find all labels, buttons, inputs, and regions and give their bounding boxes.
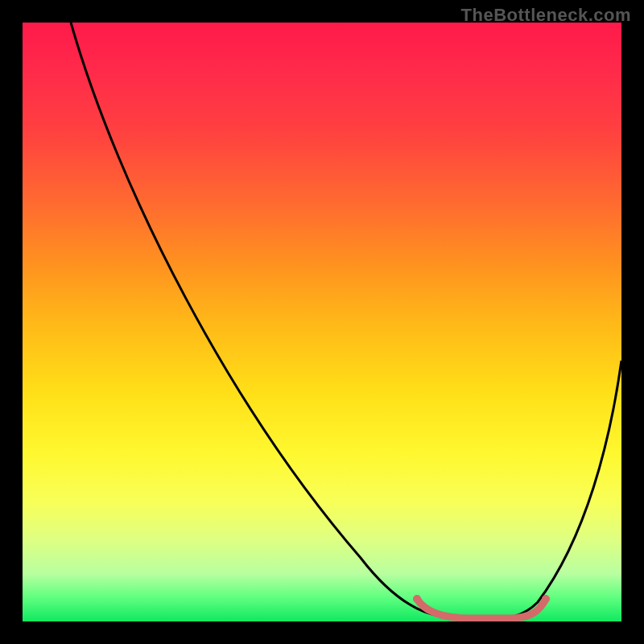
marker-end-left [413, 595, 421, 603]
optimal-band-marker [417, 599, 546, 618]
marker-end-right [542, 595, 550, 603]
watermark-text: TheBottleneck.com [461, 5, 631, 26]
chart-plot-area [23, 23, 621, 621]
chart-svg [23, 23, 621, 621]
bottleneck-curve-path [71, 23, 621, 620]
